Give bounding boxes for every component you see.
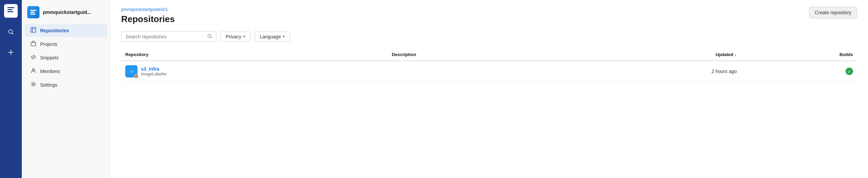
sidebar-item-projects[interactable]: Projects — [25, 38, 107, 51]
members-icon — [30, 68, 37, 75]
plus-rail-icon[interactable] — [5, 46, 17, 58]
language-filter-button[interactable]: Language ▾ — [255, 32, 290, 42]
svg-rect-8 — [30, 12, 35, 13]
updated-cell: 2 hours ago — [562, 61, 741, 82]
create-repository-button[interactable]: Create repository — [809, 7, 857, 18]
page-title: Repositories — [121, 14, 175, 24]
search-input[interactable] — [126, 34, 205, 39]
settings-icon — [30, 82, 37, 88]
svg-rect-10 — [31, 28, 36, 32]
privacy-label: Privacy — [226, 34, 241, 39]
repositories-label: Repositories — [40, 28, 69, 33]
projects-icon — [30, 41, 37, 48]
sidebar-item-snippets[interactable]: Snippets — [25, 51, 107, 64]
col-updated[interactable]: Updated ↓ — [562, 49, 741, 61]
svg-rect-9 — [30, 14, 35, 15]
breadcrumb[interactable]: pmmquickstartguides01 — [121, 7, 175, 12]
org-avatar — [27, 6, 39, 18]
col-description: Description — [388, 49, 562, 61]
svg-rect-7 — [30, 10, 36, 11]
svg-line-18 — [211, 37, 212, 38]
org-header: pmmquickstartguid... — [22, 3, 110, 24]
svg-line-14 — [33, 55, 34, 59]
repo-info: s3_infra ImageLabeller — [141, 66, 167, 76]
language-chevron-icon: ▾ — [283, 34, 285, 39]
icon-rail — [0, 0, 22, 178]
snippets-icon — [30, 54, 37, 61]
table-row: </> 🔒 s3_infra ImageLabeller 2 hour — [121, 61, 857, 82]
lock-badge-icon: 🔒 — [134, 74, 139, 78]
main-header-row: pmmquickstartguides01 Repositories Creat… — [121, 7, 857, 31]
repo-avatar: </> 🔒 — [125, 65, 138, 77]
repo-sub-label: ImageLabeller — [141, 72, 167, 76]
repo-name-cell: </> 🔒 s3_infra ImageLabeller — [121, 61, 388, 82]
members-label: Members — [40, 69, 60, 74]
svg-text:</>: </> — [130, 69, 134, 74]
table-header-row: Repository Description Updated ↓ Builds — [121, 49, 857, 61]
svg-rect-13 — [31, 42, 36, 46]
svg-rect-1 — [7, 9, 12, 10]
search-icon — [207, 34, 212, 39]
description-cell — [388, 61, 562, 82]
title-section: pmmquickstartguides01 Repositories — [121, 7, 175, 31]
settings-label: Settings — [40, 82, 58, 88]
sidebar-item-members[interactable]: Members — [25, 65, 107, 78]
repositories-table: Repository Description Updated ↓ Builds — [121, 49, 857, 82]
language-label: Language — [260, 34, 281, 39]
sidebar-item-settings[interactable]: Settings — [25, 78, 107, 91]
sidebar: pmmquickstartguid... Repositories Projec… — [22, 0, 110, 178]
col-repository: Repository — [121, 49, 388, 61]
projects-label: Projects — [40, 41, 58, 47]
main-content: pmmquickstartguides01 Repositories Creat… — [110, 0, 868, 178]
svg-point-16 — [33, 84, 34, 85]
repo-name-link[interactable]: s3_infra — [141, 66, 167, 72]
repositories-icon — [30, 27, 37, 34]
logo-icon — [7, 6, 15, 16]
svg-rect-0 — [7, 7, 14, 8]
col-builds: Builds — [741, 49, 857, 61]
sidebar-item-repositories[interactable]: Repositories — [25, 24, 107, 37]
org-name: pmmquickstartguid... — [43, 10, 91, 15]
privacy-filter-button[interactable]: Privacy ▾ — [221, 32, 251, 42]
builds-cell: ✓ — [741, 61, 857, 82]
toolbar: Privacy ▾ Language ▾ — [121, 31, 857, 42]
svg-point-15 — [32, 69, 34, 71]
svg-line-4 — [12, 33, 14, 35]
build-success-icon: ✓ — [846, 68, 853, 75]
snippets-label: Snippets — [40, 55, 59, 60]
search-rail-icon[interactable] — [5, 26, 17, 38]
app-logo[interactable] — [4, 4, 18, 18]
repo-cell: </> 🔒 s3_infra ImageLabeller — [125, 65, 384, 77]
svg-rect-2 — [7, 11, 13, 12]
privacy-chevron-icon: ▾ — [243, 34, 245, 39]
search-box[interactable] — [121, 31, 216, 42]
